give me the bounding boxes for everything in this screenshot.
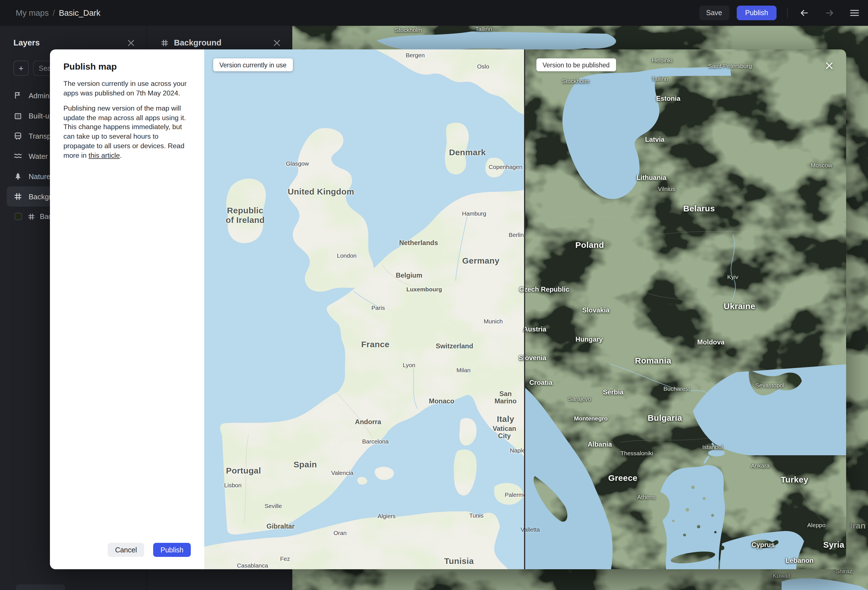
layer-item-label: Nature: [29, 172, 50, 180]
map-label-iran: Iran: [850, 521, 865, 531]
map-label-paris: Paris: [371, 305, 385, 312]
publish-compare-dialog: Publish map The version currently in use…: [50, 49, 846, 569]
map-label-gibraltar: Gibraltar: [267, 523, 295, 531]
map-label-albania: Albania: [588, 441, 612, 448]
map-label-lyon: Lyon: [403, 362, 415, 369]
map-label-barcelona: Barcelona: [362, 438, 389, 445]
map-label-monaco: Monaco: [429, 398, 455, 405]
layers-panel-title: Layers: [13, 38, 40, 47]
map-label-poland: Poland: [576, 241, 604, 250]
map-label-palermo: Palermo: [505, 492, 525, 498]
map-label-turkey: Turkey: [781, 475, 809, 485]
dialog-paragraph-2-text: Publishing new version of the map will u…: [63, 104, 186, 160]
map-label-bergen: Bergen: [406, 52, 425, 59]
publish-modal: Publish map The version currently in use…: [50, 49, 204, 569]
grid-icon: [161, 38, 169, 47]
map-label-spain: Spain: [294, 460, 317, 470]
map-label-czech-republic: Czech Republic: [519, 286, 570, 294]
building-icon: [13, 111, 22, 120]
map-label-romania: Romania: [635, 356, 671, 366]
background-panel-close-icon[interactable]: [272, 38, 281, 47]
dialog-title: Publish map: [63, 62, 191, 72]
map-label-copenhagen: Copenhagen: [489, 164, 523, 171]
map-label-tallinn: Tallinn: [475, 26, 492, 33]
map-label-ukraine: Ukraine: [724, 302, 756, 311]
panel-bottom-control[interactable]: [16, 584, 65, 590]
map-label-hamburg: Hamburg: [462, 210, 486, 217]
map-label-helsinki: Helsinki: [652, 57, 672, 64]
add-layer-button[interactable]: +: [13, 61, 29, 76]
map-label-andorra: Andorra: [355, 418, 381, 426]
dialog-paragraph-1: The version currently in use across your…: [63, 79, 191, 98]
map-label-belgium: Belgium: [396, 272, 422, 279]
map-label-france: France: [361, 340, 390, 349]
dialog-paragraph-2: Publishing new version of the map will u…: [63, 104, 191, 160]
map-label-estonia: Estonia: [656, 95, 681, 103]
map-label-stockholm: Stockholm: [562, 78, 589, 85]
map-label-greece: Greece: [608, 473, 638, 483]
version-current-badge: Version currently in use: [213, 58, 292, 71]
map-version-published[interactable]: HelsinkiSaint PetersburgStockholmTallinn…: [525, 49, 846, 569]
map-label-stockholm: Stockholm: [395, 27, 422, 34]
layers-panel-close-icon[interactable]: [126, 38, 135, 47]
hamburger-menu-icon[interactable]: [849, 7, 860, 19]
grid-icon: [13, 192, 22, 201]
map-label-ankara: Ankara: [751, 463, 770, 469]
map-label-germany: Germany: [462, 256, 500, 266]
map-label-vilnius: Vilnius: [658, 186, 675, 192]
undo-arrow-icon[interactable]: [799, 7, 810, 19]
map-label-athens: Athens: [637, 494, 655, 501]
map-label-seville: Seville: [264, 503, 282, 510]
breadcrumb: My maps / Basic_Dark: [16, 9, 100, 18]
compare-close-icon[interactable]: [824, 61, 834, 71]
breadcrumb-separator: /: [53, 9, 55, 18]
map-label-portugal: Portugal: [226, 466, 261, 476]
map-label-thessaloniki: Thessaloniki: [621, 450, 653, 457]
grid-icon: [28, 213, 35, 220]
map-label-croatia: Croatia: [529, 379, 553, 387]
map-label-denmark: Denmark: [449, 148, 486, 157]
map-label-london: London: [337, 253, 357, 259]
map-label-san-marino: San Marino: [495, 390, 517, 405]
map-label-oslo: Oslo: [477, 64, 489, 70]
redo-arrow-icon[interactable]: [824, 7, 836, 19]
map-label-valencia: Valencia: [331, 470, 353, 477]
map-version-current[interactable]: BergenOsloGlasgowCopenhagenHamburgBerlin…: [204, 49, 525, 569]
compare-divider-handle[interactable]: [524, 49, 525, 569]
dialog-paragraph-2-end: .: [120, 152, 122, 160]
map-label-fez: Fez: [280, 556, 290, 562]
map-label-saint-petersburg: Saint Petersburg: [708, 63, 752, 69]
map-label-latvia: Latvia: [645, 136, 664, 144]
map-label-lebanon: Lebanon: [785, 557, 813, 565]
this-article-link[interactable]: this article: [89, 152, 120, 160]
map-label-netherlands: Netherlands: [399, 240, 438, 247]
map-label-casablanca: Casablanca: [237, 562, 268, 569]
map-label-milan: Milan: [456, 367, 471, 374]
dialog-publish-button[interactable]: Publish: [153, 543, 191, 557]
light-map-labels: BergenOsloGlasgowCopenhagenHamburgBerlin…: [204, 49, 525, 569]
layer-item-label: Water: [29, 152, 48, 160]
topbar-actions: Save Publish: [699, 6, 860, 20]
version-published-badge: Version to be published: [536, 58, 616, 71]
map-label-tunis: Tunis: [469, 513, 484, 519]
map-label-serbia: Serbia: [603, 389, 623, 396]
map-label-sevastopol: Sevastopol: [755, 382, 784, 389]
background-panel-title: Background: [174, 38, 221, 47]
layer-color-swatch[interactable]: [15, 213, 22, 220]
publish-button[interactable]: Publish: [737, 6, 776, 20]
map-label-tallinn: Tallinn: [651, 76, 668, 83]
save-button[interactable]: Save: [699, 6, 729, 20]
map-label-berlin: Berlin: [509, 232, 524, 239]
breadcrumb-my-maps[interactable]: My maps: [16, 9, 49, 18]
map-label-moscow: Moscow: [810, 162, 832, 169]
layer-item-label: Built-up: [29, 111, 53, 120]
map-label-istanbul: Istanbul: [702, 444, 723, 451]
cancel-button[interactable]: Cancel: [108, 543, 144, 557]
bus-icon: [13, 132, 22, 140]
map-label-lithuania: Lithuania: [636, 174, 667, 182]
map-label-montenegro: Montenegro: [574, 416, 608, 422]
map-label-cyprus: Cyprus: [751, 541, 775, 549]
map-label-sarajevo: Sarajevo: [568, 396, 591, 402]
map-label-austria: Austria: [523, 326, 546, 333]
map-label-syria: Syria: [823, 540, 844, 550]
